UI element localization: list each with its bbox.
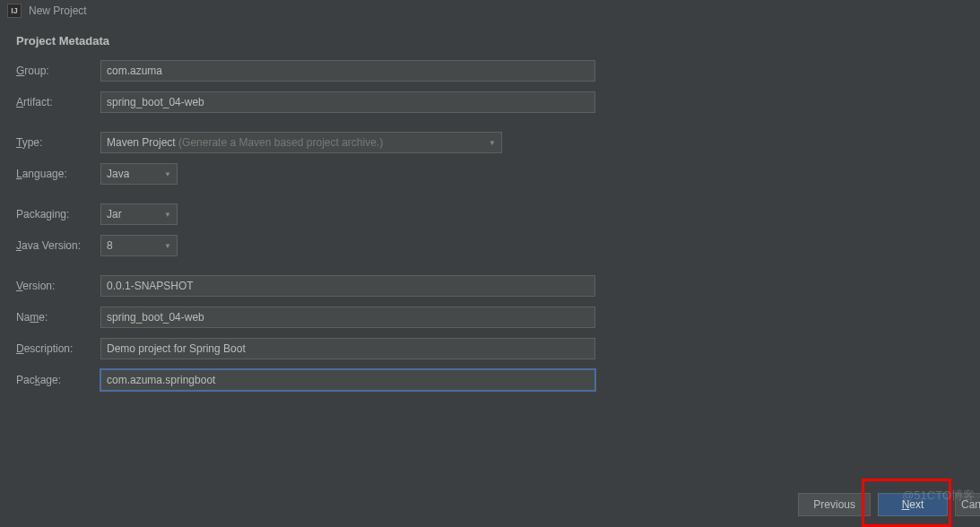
type-value: Maven Project [107,136,176,149]
label-javaversion: Java Version: [16,239,91,252]
row-type: Type: Maven Project (Generate a Maven ba… [16,132,964,153]
dialog-footer: Previous Next Can [798,493,980,516]
chevron-down-icon: ▼ [164,242,171,250]
chevron-down-icon: ▼ [489,139,496,147]
artifact-input[interactable] [100,91,595,113]
label-packaging: Packaging: [16,208,91,220]
row-name: Name: [16,307,964,328]
previous-button[interactable]: Previous [798,493,871,516]
label-description: Description: [16,342,91,355]
label-group: Group: [16,65,91,77]
label-name: Name: [16,311,91,324]
type-hint: (Generate a Maven based project archive.… [178,136,383,149]
next-button[interactable]: Next [878,493,948,516]
chevron-down-icon: ▼ [164,211,171,219]
window-title: New Project [29,4,87,17]
name-input[interactable] [100,307,595,328]
label-language: Language: [16,168,91,180]
row-package: Package: [16,369,964,391]
javaversion-value: 8 [107,239,113,252]
package-input[interactable] [100,369,595,391]
section-title: Project Metadata [16,34,964,48]
label-artifact: Artifact: [16,96,91,108]
intellij-icon: IJ [7,4,22,18]
label-package: Package: [16,374,91,386]
version-input[interactable] [100,275,595,297]
group-input[interactable] [100,60,595,82]
packaging-value: Jar [107,208,122,220]
language-select[interactable]: Java ▼ [100,163,178,185]
chevron-down-icon: ▼ [164,170,171,178]
javaversion-select[interactable]: 8 ▼ [100,235,178,256]
row-language: Language: Java ▼ [16,163,964,185]
row-javaversion: Java Version: 8 ▼ [16,235,964,256]
language-value: Java [107,168,129,180]
row-group: Group: [16,60,964,82]
row-description: Description: [16,338,964,359]
packaging-select[interactable]: Jar ▼ [100,203,178,225]
row-packaging: Packaging: Jar ▼ [16,203,964,225]
cancel-button[interactable]: Can [955,493,980,516]
row-version: Version: [16,275,964,297]
type-select[interactable]: Maven Project (Generate a Maven based pr… [100,132,502,153]
label-version: Version: [16,280,91,292]
row-artifact: Artifact: [16,91,964,113]
dialog-content: Project Metadata Group: Artifact: Type: … [0,22,980,413]
description-input[interactable] [100,338,595,359]
title-bar: IJ New Project [0,0,980,22]
label-type: Type: [16,136,91,149]
